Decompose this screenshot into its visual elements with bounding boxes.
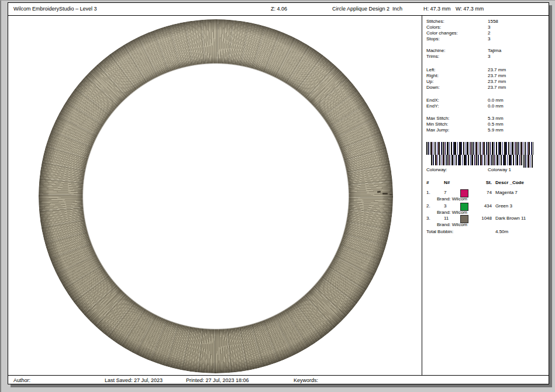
stat-label: Stitches: [426, 19, 488, 25]
stat-label: EndX: [426, 98, 488, 103]
barcode-band [523, 155, 533, 168]
stat-value: 3 [488, 25, 544, 30]
stat-value: 0.0 mm [488, 103, 544, 109]
stat-row: Stops: 3 [426, 36, 544, 42]
zoom-level: Z: 4.06 [271, 6, 287, 12]
total-bobbin-label: Total Bobbin: [426, 228, 453, 235]
col-header-needle: N# [444, 179, 450, 186]
stat-value: 23.7 mm [488, 73, 544, 79]
stat-value: 3 [488, 54, 544, 60]
thread-brand: Brand: Wilcom [437, 221, 467, 228]
stat-row: Color changes: 2 [426, 30, 544, 36]
stat-row: Trims: 3 [426, 54, 544, 60]
tie-off-stitch-mark [382, 193, 388, 195]
design-barcode [426, 141, 541, 165]
stat-value: 23.7 mm [488, 67, 544, 73]
extents-group: Left: 23.7 mm Right: 23.7 mm Up: 23.7 mm… [426, 67, 544, 91]
stat-value: 3 [488, 36, 544, 42]
stat-row: EndX: 0.0 mm [426, 98, 544, 103]
design-canvas [8, 16, 422, 375]
stat-value: 23.7 mm [488, 79, 544, 85]
stat-label: Max Jump: [426, 127, 488, 133]
stat-row: Colors: 3 [426, 25, 544, 30]
stat-value: 23.7 mm [488, 85, 544, 91]
stat-row: Left: 23.7 mm [426, 67, 544, 73]
stat-label: Left: [426, 67, 488, 73]
keywords-label: Keywords: [294, 377, 318, 383]
col-header-descr: Descr _Code [495, 179, 524, 186]
total-bobbin-value: 4.50m [495, 228, 508, 235]
stat-row: Down: 23.7 mm [426, 85, 544, 91]
stat-label: Right: [426, 73, 488, 79]
design-height: H: 47.3 mm [423, 6, 451, 12]
stat-row: Right: 23.7 mm [426, 73, 544, 79]
stat-label: Colors: [426, 25, 488, 30]
col-header-stitches: St. [471, 179, 492, 186]
author-label: Author: [13, 377, 30, 383]
stat-row: Max Stitch: 5.3 mm [426, 116, 544, 122]
design-info-panel: Stitches: 1558 Colors: 3 Color changes: … [422, 16, 549, 375]
printed-text: Printed: 27 Jul, 2023 18:06 [186, 377, 249, 383]
embroidered-circle-design [39, 19, 393, 373]
colorway-value: Colorway 1 [488, 166, 544, 173]
end-position-group: EndX: 0.0 mm EndY: 0.0 mm [426, 98, 544, 109]
stitch-limits-group: Max Stitch: 5.3 mm Min Stitch: 0.5 mm Ma… [426, 116, 544, 133]
stat-label: Stops: [426, 36, 488, 42]
stat-row: Up: 23.7 mm [426, 79, 544, 85]
page-header: Wilcom EmbroideryStudio – Level 3 Z: 4.0… [8, 3, 549, 16]
stat-value: 0.5 mm [488, 122, 544, 127]
tie-off-stitch-mark [389, 194, 392, 195]
thread-brand-row: Brand: Wilcom [426, 196, 544, 203]
thread-brand: Brand: Wilcom [437, 196, 467, 203]
stat-label: Down: [426, 85, 488, 91]
stat-value: 2 [488, 30, 544, 36]
print-preview-page: Wilcom EmbroideryStudio – Level 3 Z: 4.0… [8, 2, 549, 384]
stat-value: 0.0 mm [488, 98, 544, 103]
window-top-edge [0, 0, 555, 1]
stat-value: Tajima [488, 48, 544, 54]
window-left-edge [0, 0, 1, 392]
stat-value: 1558 [488, 19, 544, 25]
thread-brand-row: Brand: Wilcom [426, 221, 544, 228]
colorway-group: Colorway: Colorway 1 [426, 166, 544, 173]
stat-label: EndY: [426, 103, 488, 109]
machine-group: Machine: Tajima Trims: 3 [426, 48, 544, 60]
stat-value: 5.9 mm [488, 127, 544, 133]
stat-label: Max Stitch: [426, 116, 488, 122]
stat-label: Min Stitch: [426, 122, 488, 127]
page-footer: Author: Last Saved: 27 Jul, 2023 Printed… [8, 375, 549, 384]
app-title: Wilcom EmbroideryStudio – Level 3 [13, 6, 97, 12]
stitch-stats-group: Stitches: 1558 Colors: 3 Color changes: … [426, 19, 544, 42]
colorway-label: Colorway: [426, 166, 488, 173]
colorway-row: Colorway: Colorway 1 [426, 166, 544, 173]
stat-row: Stitches: 1558 [426, 19, 544, 25]
stat-label: Machine: [426, 48, 488, 54]
stat-label: Color changes: [426, 30, 488, 36]
stat-row: Max Jump: 5.9 mm [426, 127, 544, 133]
total-bobbin-row: Total Bobbin: 4.50m [426, 228, 544, 235]
print-preview-window: Wilcom EmbroideryStudio – Level 3 Z: 4.0… [0, 0, 555, 392]
thread-table-header: # N# St. Descr _Code [426, 179, 544, 186]
stat-row: Min Stitch: 0.5 mm [426, 122, 544, 127]
stat-label: Trims: [426, 54, 488, 60]
col-header-number: # [426, 179, 429, 186]
last-saved-text: Last Saved: 27 Jul, 2023 [105, 377, 163, 383]
design-width: W: 47.3 mm [456, 6, 484, 12]
stat-row: Machine: Tajima [426, 48, 544, 54]
stat-label: Up: [426, 79, 488, 85]
stat-value: 5.3 mm [488, 116, 544, 122]
barcode-band [431, 155, 522, 165]
stat-row: EndY: 0.0 mm [426, 103, 544, 109]
design-name: Circle Applique Design 2 Inch [332, 6, 402, 12]
barcode-band [426, 142, 533, 155]
